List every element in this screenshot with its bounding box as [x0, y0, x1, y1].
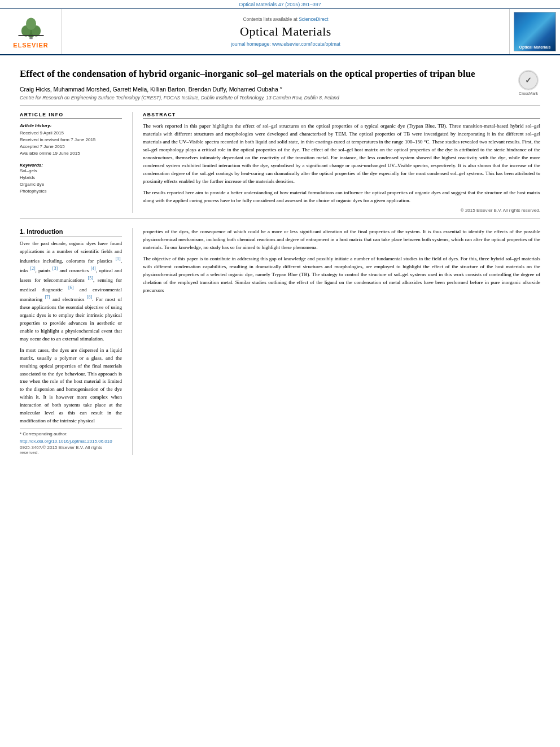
- elsevier-wordmark: ELSEVIER: [13, 42, 48, 49]
- ref-1[interactable]: [1]: [115, 256, 120, 261]
- ref-5[interactable]: [5]: [88, 276, 93, 281]
- corresponding-author-note: * Corresponding author.: [20, 431, 122, 436]
- article-title-block: Effect of the condensation of hybrid org…: [20, 68, 511, 101]
- journal-header: ELSEVIER Contents lists available at Sci…: [0, 8, 560, 55]
- crossmark-icon: ✓: [518, 70, 539, 90]
- intro-heading: 1. Introduction: [20, 228, 122, 237]
- accepted-date: Accepted 7 June 2015: [20, 143, 122, 150]
- crossmark-label: CrossMark: [519, 91, 538, 95]
- sciencedirect-link[interactable]: ScienceDirect: [299, 16, 328, 22]
- authors-text: Craig Hicks, Muhammad Morshed, Garrett M…: [20, 86, 282, 93]
- ref-8[interactable]: [8]: [87, 295, 92, 300]
- ref-2[interactable]: [2]: [30, 266, 35, 271]
- crossmark-block[interactable]: ✓ CrossMark: [517, 68, 540, 95]
- received-date: Received 9 April 2015: [20, 130, 122, 137]
- issn-line: 0925-3467/© 2015 Elsevier B.V. All right…: [20, 445, 122, 455]
- intro-para1: Over the past decade, organic dyes have …: [20, 240, 122, 343]
- intro-right-para2: The objective of this paper is to contri…: [143, 255, 540, 295]
- svg-point-4: [26, 18, 36, 30]
- article-container: Effect of the condensation of hybrid org…: [0, 55, 560, 461]
- ref-6[interactable]: [6]: [68, 285, 73, 290]
- keywords-title: Keywords:: [20, 163, 43, 168]
- footnote-area: * Corresponding author. http://dx.doi.or…: [20, 429, 122, 455]
- elsevier-tree-icon: [14, 15, 48, 40]
- intro-left-text: Over the past decade, organic dyes have …: [20, 240, 122, 425]
- intro-right-para1: properties of the dyes, the consequence …: [143, 228, 540, 252]
- history-title: Article history:: [20, 123, 122, 129]
- abstract-col: Abstract The work reported in this paper…: [133, 112, 540, 213]
- keyword-2: Hybrids: [20, 174, 122, 181]
- article-affiliation: Centre for Research on Engineering Surfa…: [20, 95, 511, 101]
- journal-name-block: Contents lists available at ScienceDirec…: [62, 9, 509, 54]
- intro-right-col: properties of the dyes, the consequence …: [133, 228, 540, 455]
- article-info-abstract-section: Article Info Article history: Received 9…: [20, 106, 540, 213]
- keywords-block: Keywords: Sol–gels Hybrids Organic dye P…: [20, 161, 122, 195]
- journal-cover-block: Optical Materials: [509, 9, 560, 54]
- sciencedirect-line: Contents lists available at ScienceDirec…: [243, 16, 328, 22]
- doi-top-line: Optical Materials 47 (2015) 391–397: [0, 0, 560, 8]
- crossmark-svg: ✓: [519, 71, 538, 90]
- ref-3[interactable]: [3]: [53, 266, 58, 271]
- journal-cover-image: Optical Materials: [514, 12, 556, 51]
- doi-reference: Optical Materials 47 (2015) 391–397: [239, 2, 321, 7]
- homepage-link[interactable]: journal homepage: www.elsevier.com/locat…: [231, 41, 340, 47]
- revised-date: Received in revised form 7 June 2015: [20, 137, 122, 143]
- intro-section: 1. Introduction Over the past decade, or…: [20, 225, 540, 455]
- doi-footer: http://dx.doi.org/10.1016/j.optmat.2015.…: [20, 439, 122, 444]
- intro-para2: In most cases, the dyes are dispersed in…: [20, 347, 122, 425]
- journal-homepage: journal homepage: www.elsevier.com/locat…: [231, 41, 340, 47]
- keyword-4: Photophysics: [20, 188, 122, 195]
- ref-4[interactable]: [4]: [90, 266, 95, 271]
- keyword-3: Organic dye: [20, 181, 122, 188]
- article-info-label: Article Info: [20, 112, 122, 119]
- intro-right-text: properties of the dyes, the consequence …: [143, 228, 540, 295]
- intro-left-col: 1. Introduction Over the past decade, or…: [20, 228, 133, 455]
- section-divider: [20, 219, 540, 219]
- article-info-col: Article Info Article history: Received 9…: [20, 112, 133, 213]
- sciencedirect-text: Contents lists available at: [243, 16, 297, 22]
- copyright-line: © 2015 Elsevier B.V. All rights reserved…: [143, 208, 540, 213]
- article-authors: Craig Hicks, Muhammad Morshed, Garrett M…: [20, 86, 511, 93]
- journal-title: Optical Materials: [240, 24, 331, 39]
- available-date: Available online 19 June 2015: [20, 150, 122, 157]
- elsevier-logo-block: ELSEVIER: [0, 9, 62, 54]
- abstract-text: The work reported in this paper highligh…: [143, 123, 540, 204]
- svg-text:✓: ✓: [525, 76, 532, 85]
- article-title-section: Effect of the condensation of hybrid org…: [20, 61, 540, 106]
- keyword-1: Sol–gels: [20, 168, 122, 174]
- article-history-block: Article history: Received 9 April 2015 R…: [20, 123, 122, 157]
- ref-7[interactable]: [7]: [45, 295, 50, 300]
- abstract-para1: The work reported in this paper highligh…: [143, 123, 540, 186]
- abstract-label: Abstract: [143, 112, 540, 119]
- article-title: Effect of the condensation of hybrid org…: [20, 68, 511, 80]
- svg-rect-5: [18, 35, 43, 36]
- cover-label: Optical Materials: [519, 45, 550, 49]
- abstract-para2: The results reported here aim to provide…: [143, 189, 540, 205]
- elsevier-logo: ELSEVIER: [13, 15, 48, 49]
